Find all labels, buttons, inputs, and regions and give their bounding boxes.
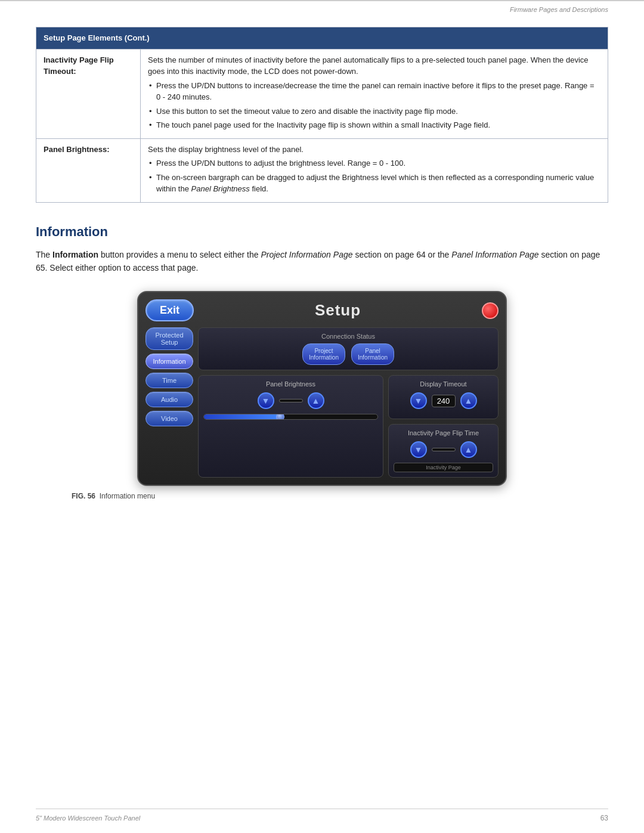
italic-project-info: Project Information Page — [261, 250, 352, 259]
footer-left: 5" Modero Widescreen Touch Panel — [36, 815, 140, 822]
timeout-value: 240 — [432, 395, 456, 407]
italic-panel-info: Panel Information Page — [451, 250, 538, 259]
section-heading: Information — [36, 224, 608, 240]
connection-status-label: Connection Status — [203, 333, 493, 340]
row2-bullet2: The on-screen bargraph can be dragged to… — [148, 172, 600, 195]
row1-bullet2: Use this button to set the timeout value… — [148, 106, 600, 117]
project-information-button[interactable]: ProjectInformation — [302, 343, 345, 365]
brightness-up-button[interactable]: ▲ — [308, 392, 324, 409]
right-panel: Display Timeout ▼ 240 ▲ Inactivity Page … — [388, 375, 499, 478]
timeout-ctrl-row: ▼ 240 ▲ — [394, 392, 493, 409]
brightness-panel: Panel Brightness ▼ ▲ — [198, 375, 383, 478]
exit-button[interactable]: Exit — [145, 299, 194, 321]
page-footer: 5" Modero Widescreen Touch Panel 63 — [36, 809, 608, 822]
device-nav: ProtectedSetup Information Time Audio Vi… — [145, 327, 193, 478]
brightness-value — [279, 399, 303, 402]
display-timeout-label: Display Timeout — [394, 380, 493, 388]
inactivity-ctrl-row: ▼ ▲ — [394, 441, 493, 458]
row2-label: Panel Brightness: — [36, 138, 141, 202]
device-panel: Exit Setup ProtectedSetup Information Ti… — [137, 291, 507, 486]
brightness-ctrl-row: ▼ ▲ — [203, 392, 378, 409]
nav-time[interactable]: Time — [145, 373, 193, 388]
top-rule — [0, 0, 644, 1]
brightness-bar-fill — [204, 414, 282, 419]
device-main-area: ProtectedSetup Information Time Audio Vi… — [145, 327, 499, 478]
row1-desc: Sets the number of minutes of inactivity… — [148, 55, 589, 76]
display-timeout-panel: Display Timeout ▼ 240 ▲ — [388, 375, 499, 419]
device-content: Connection Status ProjectInformation Pan… — [198, 327, 499, 478]
row1-content: Sets the number of minutes of inactivity… — [141, 49, 608, 138]
nav-audio[interactable]: Audio — [145, 392, 193, 407]
figure-label: FIG. 56 — [72, 492, 95, 500]
figure-caption-text: Information menu — [100, 492, 155, 500]
row1-bullet3: The touch panel page used for the Inacti… — [148, 119, 600, 131]
inactivity-panel: Inactivity Page Flip Time ▼ ▲ Inactivity… — [388, 424, 499, 478]
nav-protected-setup[interactable]: ProtectedSetup — [145, 327, 193, 350]
timeout-up-button[interactable]: ▲ — [460, 392, 477, 409]
inactivity-value — [432, 448, 456, 451]
setup-table: Setup Page Elements (Cont.) Inactivity P… — [36, 27, 608, 203]
setup-bar: Exit Setup — [145, 299, 499, 321]
brightness-thumb[interactable] — [276, 414, 284, 420]
row2-content: Sets the display brightness level of the… — [141, 138, 608, 202]
table-row: Inactivity Page FlipTimeout: Sets the nu… — [36, 49, 608, 138]
brightness-bar-track[interactable] — [203, 414, 378, 420]
brightness-label: Panel Brightness — [203, 380, 378, 388]
device-bottom-row: Panel Brightness ▼ ▲ — [198, 375, 499, 478]
setup-title: Setup — [194, 301, 482, 320]
nav-video[interactable]: Video — [145, 411, 193, 426]
footer-right: 63 — [600, 814, 608, 822]
section-body: The Information button provides a menu t… — [36, 248, 608, 275]
row2-desc: Sets the display brightness level of the… — [148, 145, 304, 154]
table-row: Panel Brightness: Sets the display brigh… — [36, 138, 608, 202]
inactivity-up-button[interactable]: ▲ — [460, 441, 477, 458]
info-buttons-row: ProjectInformation PanelInformation — [203, 343, 493, 365]
row1-label: Inactivity Page FlipTimeout: — [36, 49, 141, 138]
nav-information[interactable]: Information — [145, 354, 193, 369]
inactivity-page-field: Inactivity Page — [394, 463, 493, 472]
row1-bullet1: Press the UP/DN buttons to increase/decr… — [148, 80, 600, 103]
table-header: Setup Page Elements (Cont.) — [36, 27, 608, 49]
timeout-down-button[interactable]: ▼ — [410, 392, 427, 409]
inactivity-label: Inactivity Page Flip Time — [394, 429, 493, 436]
page-header: Firmware Pages and Descriptions — [510, 6, 608, 13]
panel-information-button[interactable]: PanelInformation — [351, 343, 394, 365]
row2-bullet1: Press the UP/DN buttons to adjust the br… — [148, 157, 600, 169]
bold-information: Information — [52, 250, 98, 259]
italic-text: Panel Brightness — [191, 184, 250, 193]
connection-status-area: Connection Status ProjectInformation Pan… — [198, 327, 499, 370]
power-indicator — [482, 302, 499, 319]
inactivity-down-button[interactable]: ▼ — [410, 441, 427, 458]
figure-caption: FIG. 56 Information menu — [72, 492, 608, 500]
brightness-down-button[interactable]: ▼ — [258, 392, 274, 409]
